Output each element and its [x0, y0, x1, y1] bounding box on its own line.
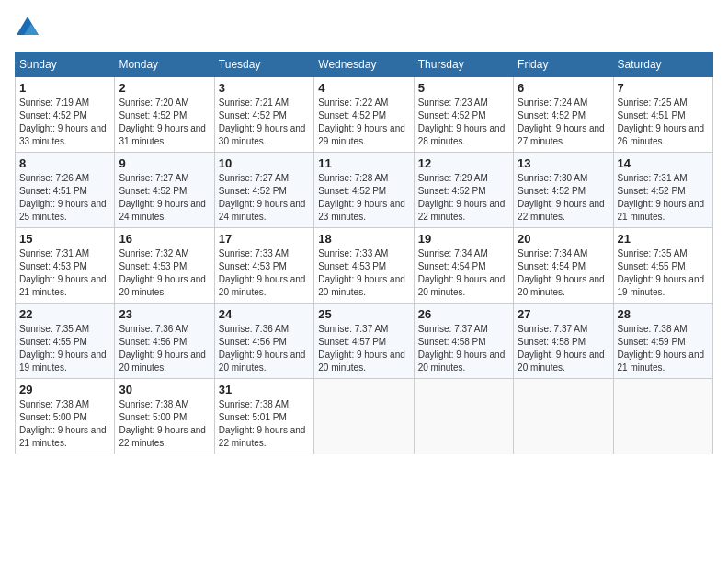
calendar-header-row: SundayMondayTuesdayWednesdayThursdayFrid… [16, 52, 713, 77]
daylight-label: Daylight: 9 hours and 33 minutes. [19, 123, 107, 146]
daylight-label: Daylight: 9 hours and 24 minutes. [219, 199, 306, 222]
sunset-label: Sunset: 4:52 PM [418, 110, 486, 121]
calendar-day-cell [613, 379, 712, 454]
calendar-day-cell: 27 Sunrise: 7:37 AM Sunset: 4:58 PM Dayl… [514, 304, 613, 379]
day-info: Sunrise: 7:26 AM Sunset: 4:51 PM Dayligh… [19, 172, 110, 224]
daylight-label: Daylight: 9 hours and 30 minutes. [219, 123, 306, 146]
weekday-header-friday: Friday [514, 52, 613, 77]
day-number: 17 [219, 232, 310, 246]
daylight-label: Daylight: 9 hours and 20 minutes. [418, 350, 506, 373]
sunset-label: Sunset: 5:00 PM [19, 412, 87, 422]
sunrise-label: Sunrise: 7:38 AM [618, 324, 688, 334]
calendar-day-cell: 10 Sunrise: 7:27 AM Sunset: 4:52 PM Dayl… [214, 153, 313, 228]
day-info: Sunrise: 7:31 AM Sunset: 4:53 PM Dayligh… [19, 247, 110, 299]
day-number: 31 [219, 383, 310, 396]
sunset-label: Sunset: 4:54 PM [518, 261, 586, 271]
day-number: 4 [318, 81, 409, 95]
calendar-day-cell: 20 Sunrise: 7:34 AM Sunset: 4:54 PM Dayl… [514, 228, 613, 304]
sunrise-label: Sunrise: 7:36 AM [219, 324, 289, 334]
sunrise-label: Sunrise: 7:30 AM [518, 173, 587, 183]
daylight-label: Daylight: 9 hours and 21 minutes. [19, 425, 107, 448]
day-info: Sunrise: 7:36 AM Sunset: 4:56 PM Dayligh… [119, 323, 210, 374]
day-info: Sunrise: 7:35 AM Sunset: 4:55 PM Dayligh… [618, 247, 709, 299]
daylight-label: Daylight: 9 hours and 19 minutes. [19, 350, 107, 373]
weekday-header-tuesday: Tuesday [214, 52, 313, 77]
day-number: 11 [318, 156, 409, 170]
sunset-label: Sunset: 4:57 PM [318, 337, 386, 347]
calendar-day-cell: 19 Sunrise: 7:34 AM Sunset: 4:54 PM Dayl… [414, 228, 513, 304]
calendar-day-cell: 9 Sunrise: 7:27 AM Sunset: 4:52 PM Dayli… [115, 153, 214, 228]
calendar-day-cell: 7 Sunrise: 7:25 AM Sunset: 4:51 PM Dayli… [613, 77, 712, 153]
daylight-label: Daylight: 9 hours and 28 minutes. [418, 123, 506, 146]
sunrise-label: Sunrise: 7:37 AM [318, 324, 388, 334]
day-number: 24 [219, 307, 310, 321]
sunrise-label: Sunrise: 7:23 AM [418, 98, 488, 108]
day-number: 26 [418, 307, 509, 321]
day-number: 12 [418, 156, 509, 170]
sunset-label: Sunset: 4:52 PM [518, 186, 586, 196]
sunset-label: Sunset: 4:52 PM [318, 186, 386, 196]
calendar-day-cell [514, 379, 613, 454]
sunrise-label: Sunrise: 7:26 AM [19, 173, 89, 183]
weekday-header-sunday: Sunday [16, 52, 115, 77]
daylight-label: Daylight: 9 hours and 23 minutes. [318, 199, 405, 222]
daylight-label: Daylight: 9 hours and 20 minutes. [518, 274, 605, 297]
calendar-week-row: 1 Sunrise: 7:19 AM Sunset: 4:52 PM Dayli… [16, 77, 713, 153]
calendar-table: SundayMondayTuesdayWednesdayThursdayFrid… [15, 52, 713, 454]
sunset-label: Sunset: 4:58 PM [518, 337, 586, 347]
daylight-label: Daylight: 9 hours and 22 minutes. [418, 199, 506, 222]
day-info: Sunrise: 7:38 AM Sunset: 5:00 PM Dayligh… [119, 398, 210, 450]
sunset-label: Sunset: 4:51 PM [618, 110, 686, 121]
sunrise-label: Sunrise: 7:32 AM [119, 248, 188, 259]
sunrise-label: Sunrise: 7:21 AM [219, 98, 289, 108]
calendar-day-cell: 21 Sunrise: 7:35 AM Sunset: 4:55 PM Dayl… [613, 228, 712, 304]
day-info: Sunrise: 7:31 AM Sunset: 4:52 PM Dayligh… [618, 172, 709, 224]
sunrise-label: Sunrise: 7:34 AM [418, 248, 488, 259]
day-number: 3 [219, 81, 310, 95]
calendar-day-cell: 24 Sunrise: 7:36 AM Sunset: 4:56 PM Dayl… [214, 304, 313, 379]
sunset-label: Sunset: 4:52 PM [119, 186, 187, 196]
day-info: Sunrise: 7:37 AM Sunset: 4:58 PM Dayligh… [518, 323, 609, 374]
day-number: 21 [618, 232, 709, 246]
day-number: 6 [518, 81, 609, 95]
page-header [15, 15, 713, 40]
sunset-label: Sunset: 4:52 PM [119, 110, 187, 121]
sunset-label: Sunset: 4:52 PM [19, 110, 87, 121]
calendar-day-cell: 1 Sunrise: 7:19 AM Sunset: 4:52 PM Dayli… [16, 77, 115, 153]
sunrise-label: Sunrise: 7:34 AM [518, 248, 587, 259]
calendar-day-cell: 15 Sunrise: 7:31 AM Sunset: 4:53 PM Dayl… [16, 228, 115, 304]
daylight-label: Daylight: 9 hours and 20 minutes. [518, 350, 605, 373]
sunset-label: Sunset: 4:52 PM [219, 110, 287, 121]
day-number: 14 [618, 156, 709, 170]
weekday-header-monday: Monday [115, 52, 214, 77]
daylight-label: Daylight: 9 hours and 27 minutes. [518, 123, 605, 146]
day-info: Sunrise: 7:36 AM Sunset: 4:56 PM Dayligh… [219, 323, 310, 374]
day-info: Sunrise: 7:37 AM Sunset: 4:57 PM Dayligh… [318, 323, 409, 374]
day-number: 8 [19, 156, 110, 170]
calendar-day-cell: 30 Sunrise: 7:38 AM Sunset: 5:00 PM Dayl… [115, 379, 214, 454]
sunset-label: Sunset: 4:52 PM [618, 186, 686, 196]
day-number: 28 [618, 307, 709, 321]
calendar-day-cell: 14 Sunrise: 7:31 AM Sunset: 4:52 PM Dayl… [613, 153, 712, 228]
day-info: Sunrise: 7:33 AM Sunset: 4:53 PM Dayligh… [219, 247, 310, 299]
sunrise-label: Sunrise: 7:24 AM [518, 98, 587, 108]
daylight-label: Daylight: 9 hours and 22 minutes. [219, 425, 306, 448]
sunrise-label: Sunrise: 7:31 AM [618, 173, 688, 183]
daylight-label: Daylight: 9 hours and 20 minutes. [119, 350, 206, 373]
day-number: 29 [19, 383, 110, 396]
day-info: Sunrise: 7:28 AM Sunset: 4:52 PM Dayligh… [318, 172, 409, 224]
day-number: 7 [618, 81, 709, 95]
day-number: 13 [518, 156, 609, 170]
calendar-day-cell: 3 Sunrise: 7:21 AM Sunset: 4:52 PM Dayli… [214, 77, 313, 153]
calendar-day-cell: 31 Sunrise: 7:38 AM Sunset: 5:01 PM Dayl… [214, 379, 313, 454]
sunset-label: Sunset: 5:00 PM [119, 412, 187, 422]
day-number: 5 [418, 81, 509, 95]
calendar-day-cell [414, 379, 513, 454]
daylight-label: Daylight: 9 hours and 19 minutes. [618, 274, 705, 297]
day-info: Sunrise: 7:32 AM Sunset: 4:53 PM Dayligh… [119, 247, 210, 299]
daylight-label: Daylight: 9 hours and 26 minutes. [618, 123, 705, 146]
sunset-label: Sunset: 5:01 PM [219, 412, 287, 422]
day-info: Sunrise: 7:33 AM Sunset: 4:53 PM Dayligh… [318, 247, 409, 299]
day-info: Sunrise: 7:23 AM Sunset: 4:52 PM Dayligh… [418, 97, 509, 148]
sunrise-label: Sunrise: 7:35 AM [19, 324, 89, 334]
